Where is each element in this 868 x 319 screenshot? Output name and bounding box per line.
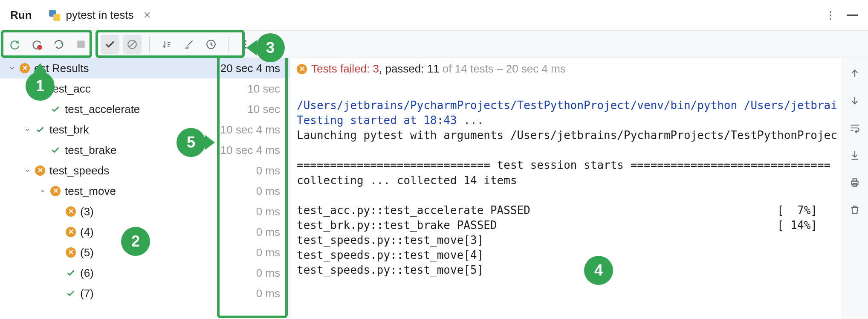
scroll-down-button[interactable] — [846, 92, 863, 109]
tree-duration: 0 ms — [256, 287, 285, 300]
tree-label: (6) — [80, 267, 256, 280]
tree-label: (5) — [80, 246, 256, 259]
tree-row[interactable]: test_brk10 sec 4 ms — [0, 119, 289, 140]
chevron-down-icon — [38, 104, 48, 114]
tree-label: (4) — [80, 226, 256, 239]
tree-row[interactable]: test_brake10 sec 4 ms — [0, 140, 289, 160]
sort-icon — [161, 39, 172, 50]
clock-icon — [205, 39, 217, 50]
soft-wrap-button[interactable] — [846, 119, 863, 136]
show-passed-button[interactable] — [101, 35, 119, 54]
console-pane: Tests failed: 3, passed: 11 of 14 tests … — [290, 58, 841, 319]
chevron-down-icon — [53, 206, 63, 217]
right-gutter — [841, 58, 868, 319]
kebab-icon — [245, 40, 246, 49]
print-button[interactable] — [846, 174, 863, 191]
tree-duration: 10 sec — [247, 82, 285, 96]
expand-all-button[interactable] — [179, 35, 198, 54]
svg-rect-1 — [77, 41, 85, 48]
run-tab-label: pytest in tests — [66, 9, 134, 22]
tree-label: test_accelerate — [65, 103, 247, 116]
minimize-icon[interactable] — [847, 14, 858, 16]
python-icon — [49, 10, 60, 21]
tree-duration: 0 ms — [256, 246, 285, 259]
test-toolbar — [0, 31, 868, 58]
tree-row[interactable]: (6)0 ms — [0, 263, 289, 283]
chevron-down-icon[interactable] — [22, 84, 32, 94]
console-output[interactable]: /Users/jetbrains/PycharmProjects/TestPyt… — [290, 79, 841, 319]
pass-icon — [35, 84, 45, 94]
tree-duration: 0 ms — [256, 226, 285, 239]
rerun-failed-icon — [31, 38, 43, 50]
tree-row[interactable]: test_speeds0 ms — [0, 160, 289, 181]
separator — [149, 37, 150, 52]
tree-row[interactable]: test_accelerate10 sec — [0, 99, 289, 119]
tree-label: test_brake — [65, 144, 220, 157]
tree-duration: 10 sec 4 ms — [220, 123, 285, 136]
tree-row[interactable]: test_acc10 sec — [0, 78, 289, 99]
rerun-button[interactable] — [5, 35, 24, 54]
pass-icon — [66, 268, 76, 278]
tree-label: (7) — [80, 287, 256, 300]
tree-row[interactable]: (3)0 ms — [0, 201, 289, 222]
rerun-failed-button[interactable] — [27, 35, 46, 54]
tree-label: test_move — [65, 185, 256, 198]
tree-label: test_speeds — [49, 164, 256, 177]
pass-icon — [50, 145, 61, 155]
fail-icon — [66, 206, 76, 217]
tree-label: est Results — [34, 62, 220, 75]
chevron-down-icon — [38, 145, 48, 155]
expand-icon — [183, 39, 194, 50]
fail-icon — [66, 227, 76, 237]
close-tab-icon[interactable]: ✕ — [143, 10, 151, 21]
chevron-down-icon[interactable] — [22, 125, 32, 135]
titlebar: Run pytest in tests ✕ — [0, 0, 868, 31]
separator — [228, 37, 229, 52]
tree-row[interactable]: test_move0 ms — [0, 181, 289, 201]
tree-row[interactable]: (5)0 ms — [0, 242, 289, 263]
scroll-up-button[interactable] — [846, 65, 863, 82]
scroll-to-end-button[interactable] — [846, 147, 863, 164]
tree-duration: 20 sec 4 ms — [220, 62, 285, 75]
kebab-menu-icon[interactable] — [830, 11, 831, 20]
more-options-button[interactable] — [236, 35, 255, 54]
chevron-down-icon[interactable] — [7, 63, 17, 73]
toggle-autotest-button[interactable] — [49, 35, 68, 54]
disabled-icon — [127, 39, 138, 50]
tree-label: test_brk — [49, 123, 220, 136]
chevron-down-icon — [53, 247, 63, 258]
delete-button[interactable] — [846, 201, 863, 218]
check-icon — [104, 39, 116, 50]
tree-duration: 10 sec — [247, 103, 285, 116]
tree-row[interactable]: (4)0 ms — [0, 222, 289, 242]
stop-button[interactable] — [72, 35, 90, 54]
fail-icon — [35, 165, 45, 176]
pass-icon — [35, 125, 45, 135]
tree-duration: 10 sec 4 ms — [220, 144, 285, 157]
run-tab[interactable]: pytest in tests ✕ — [49, 9, 151, 22]
chevron-down-icon — [53, 268, 63, 278]
svg-line-3 — [129, 41, 135, 47]
tree-duration: 0 ms — [256, 267, 285, 280]
chevron-down-icon — [53, 288, 63, 299]
tree-label: test_acc — [49, 82, 247, 96]
history-button[interactable] — [202, 35, 220, 54]
tree-label: (3) — [80, 205, 256, 218]
tree-row[interactable]: est Results20 sec 4 ms — [0, 58, 289, 78]
svg-rect-6 — [853, 179, 856, 181]
chevron-down-icon[interactable] — [22, 165, 32, 176]
toggle-autotest-icon — [53, 38, 65, 50]
run-toolwindow-label: Run — [10, 9, 32, 22]
chevron-down-icon — [53, 227, 63, 237]
fail-icon — [20, 63, 30, 73]
tree-row[interactable]: (7)0 ms — [0, 283, 289, 304]
pass-icon — [66, 288, 76, 299]
test-tree[interactable]: est Results20 sec 4 mstest_acc10 sectest… — [0, 58, 290, 319]
test-summary: Tests failed: 3, passed: 11 of 14 tests … — [290, 58, 841, 79]
pass-icon — [50, 104, 61, 114]
main-split: est Results20 sec 4 mstest_acc10 sectest… — [0, 58, 868, 319]
stop-icon — [76, 40, 86, 49]
show-ignored-button[interactable] — [123, 35, 142, 54]
sort-button[interactable] — [157, 35, 176, 54]
chevron-down-icon[interactable] — [38, 186, 48, 196]
